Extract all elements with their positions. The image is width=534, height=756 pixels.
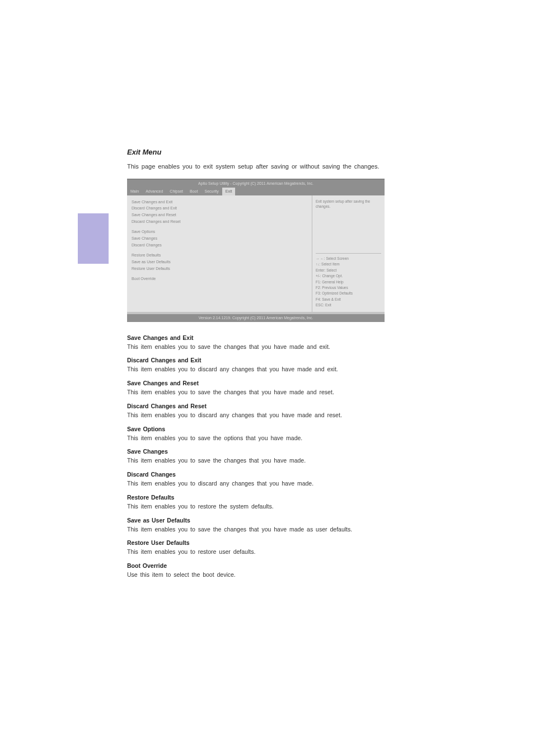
help-text: : Exit [323, 303, 331, 307]
bios-subheading: Boot Override [132, 276, 307, 282]
bios-tab-chipset: Chipset [166, 188, 186, 195]
help-key: F3 [316, 291, 320, 295]
bios-item: Save Changes [132, 235, 307, 242]
definition-body: Use this item to select the boot device. [127, 571, 385, 580]
definition-title: Save Changes [127, 448, 385, 455]
definition-title: Save Changes and Exit [127, 334, 385, 341]
definition-title: Restore User Defaults [127, 539, 385, 546]
definition-body: This item enables you to save the change… [127, 525, 385, 534]
bios-tab-advanced: Advanced [142, 188, 166, 195]
definition-block: Restore Defaults This item enables you t… [127, 494, 385, 511]
help-key: +/- [316, 274, 320, 278]
bios-body: Save Changes and Exit Discard Changes an… [127, 195, 385, 312]
definition-title: Save as User Defaults [127, 517, 385, 524]
bios-item: Discard Changes and Exit [132, 205, 307, 212]
definition-block: Save Changes and Exit This item enables … [127, 334, 385, 352]
definition-body: This item enables you to save the change… [127, 343, 385, 352]
definition-block: Boot Override Use this item to select th… [127, 562, 385, 580]
definition-body: This item enables you to restore user de… [127, 548, 385, 557]
bios-item: Save Changes and Exit [132, 199, 307, 206]
bios-item: Discard Changes and Reset [132, 218, 307, 225]
definition-block: Save Options This item enables you to sa… [127, 426, 385, 443]
help-text: : Change Opt. [320, 274, 343, 278]
definition-body: This item enables you to discard any cha… [127, 365, 385, 374]
help-text: : Select Screen [324, 256, 349, 260]
bios-footer: Version 2.14.1219. Copyright (C) 2011 Am… [127, 314, 385, 322]
bios-tab-boot: Boot [186, 188, 201, 195]
bios-item: Restore User Defaults [132, 265, 307, 272]
bios-item-description: Exit system setup after saving the chang… [316, 199, 381, 209]
help-text: : Select Item [320, 262, 340, 266]
bios-tab-exit: Exit [222, 188, 236, 195]
help-key: F4 [316, 297, 320, 301]
page-content: Exit Menu This page enables you to exit … [127, 148, 385, 585]
help-text: : Select [325, 268, 337, 272]
definition-title: Discard Changes [127, 471, 385, 478]
definition-body: This item enables you to discard any cha… [127, 411, 385, 420]
help-key: ESC [316, 303, 323, 307]
definition-title: Save Changes and Reset [127, 380, 385, 386]
definition-body: This item enables you to discard any cha… [127, 479, 385, 488]
help-key: F1 [316, 280, 320, 284]
definition-body: This item enables you to save the change… [127, 456, 385, 465]
arrow-left-right-icon: → ← [316, 256, 324, 260]
bios-key-help: → ←: Select Screen ↑↓: Select Item Enter… [316, 256, 381, 309]
help-text: : Optimized Defaults [320, 291, 353, 295]
bios-item: Discard Changes [132, 242, 307, 249]
definition-title: Discard Changes and Reset [127, 403, 385, 409]
definition-block: Discard Changes and Reset This item enab… [127, 403, 385, 420]
bios-tab-security: Security [201, 188, 222, 195]
definitions-list: Save Changes and Exit This item enables … [127, 334, 385, 580]
definition-block: Save Changes This item enables you to sa… [127, 448, 385, 465]
definition-block: Discard Changes This item enables you to… [127, 471, 385, 488]
definition-title: Restore Defaults [127, 494, 385, 501]
bios-header: Aptio Setup Utility - Copyright (C) 2011… [127, 180, 385, 188]
side-margin-tab [78, 213, 109, 264]
bios-menu-panel: Save Changes and Exit Discard Changes an… [127, 195, 312, 312]
section-title: Exit Menu [127, 148, 385, 156]
definition-title: Boot Override [127, 562, 385, 569]
section-intro: This page enables you to exit system set… [127, 162, 385, 172]
definition-block: Save Changes and Reset This item enables… [127, 380, 385, 397]
definition-body: This item enables you to save the change… [127, 388, 385, 397]
definition-block: Save as User Defaults This item enables … [127, 517, 385, 534]
definition-title: Discard Changes and Exit [127, 357, 385, 363]
help-key: Enter [316, 268, 325, 272]
bios-item: Save Changes and Reset [132, 212, 307, 218]
bios-item: Save as User Defaults [132, 259, 307, 265]
bios-screenshot: Aptio Setup Utility - Copyright (C) 2011… [127, 179, 385, 322]
bios-item: Restore Defaults [132, 252, 307, 259]
bios-help-panel: Exit system setup after saving the chang… [312, 195, 385, 312]
help-text: : Previous Values [320, 286, 348, 290]
definition-body: This item enables you to restore the sys… [127, 502, 385, 511]
help-key: F2 [316, 286, 320, 290]
help-text: : Save & Exit [320, 297, 341, 301]
definition-title: Save Options [127, 426, 385, 432]
bios-tab-main: Main [127, 188, 142, 195]
bios-tab-bar: Main Advanced Chipset Boot Security Exit [127, 188, 385, 195]
definition-body: This item enables you to save the option… [127, 434, 385, 443]
bios-subheading: Save Options [132, 228, 307, 235]
help-text: : General Help [320, 280, 344, 284]
definition-block: Restore User Defaults This item enables … [127, 539, 385, 557]
bios-help-divider [316, 253, 381, 254]
definition-block: Discard Changes and Exit This item enabl… [127, 357, 385, 374]
